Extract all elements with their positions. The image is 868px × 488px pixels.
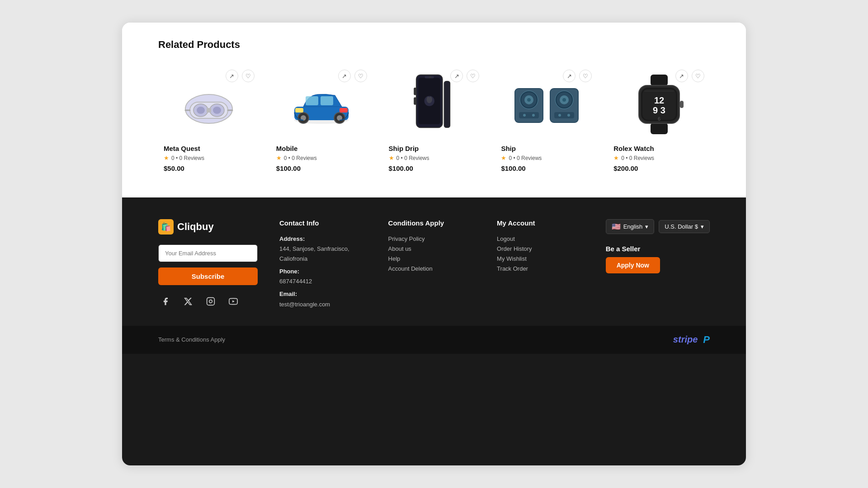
rating-text-4: 0 • 0 Reviews: [509, 155, 542, 161]
star-icon-3: ★: [389, 155, 394, 161]
contact-phone-label: Phone:: [279, 267, 367, 277]
svg-text:9 3: 9 3: [653, 105, 665, 115]
rating-text-3: 0 • 0 Reviews: [396, 155, 429, 161]
payment-icons: stripe P: [673, 334, 710, 346]
products-grid: ↗ ♡ M: [158, 63, 710, 179]
contact-title: Contact Info: [279, 219, 367, 227]
share-button-5[interactable]: ↗: [675, 70, 688, 82]
svg-rect-43: [651, 75, 668, 86]
svg-text:12: 12: [654, 95, 664, 105]
product-card-5[interactable]: ↗ ♡ 12: [608, 63, 710, 179]
svg-rect-38: [554, 112, 574, 118]
apply-now-button[interactable]: Apply Now: [606, 257, 660, 273]
product-price-1: $50.00: [164, 164, 255, 172]
svg-point-40: [567, 114, 570, 117]
my-wishlist-link[interactable]: My Wishlist: [497, 254, 584, 264]
svg-text:6: 6: [658, 116, 660, 122]
language-label: English: [623, 223, 643, 230]
product-card-4[interactable]: ↗ ♡: [495, 63, 597, 179]
svg-rect-26: [414, 97, 416, 105]
svg-rect-25: [414, 88, 416, 95]
product-actions-5: ↗ ♡: [675, 70, 704, 82]
svg-rect-18: [340, 108, 348, 113]
language-button[interactable]: 🇺🇸 English ▾: [606, 219, 655, 234]
product-name-1: Meta Quest: [164, 145, 255, 152]
about-us-link[interactable]: About us: [388, 244, 476, 254]
product-name-3: Ship Drip: [389, 145, 480, 152]
svg-point-33: [532, 114, 535, 117]
help-link[interactable]: Help: [388, 254, 476, 264]
contact-email: test@trioangle.com: [279, 300, 367, 310]
wishlist-button-3[interactable]: ♡: [467, 70, 479, 82]
contact-phone: 6874744412: [279, 277, 367, 286]
star-icon-5: ★: [613, 155, 619, 161]
product-card-2[interactable]: ↗ ♡: [271, 63, 373, 179]
product-name-5: Rolex Watch: [613, 145, 704, 152]
svg-rect-11: [306, 96, 318, 105]
currency-button[interactable]: U.S. Dollar $ ▾: [659, 220, 710, 233]
terms-text: Terms & Conditions Apply: [158, 336, 225, 343]
footer-top: 🛍️ Cliqbuy Subscribe: [158, 219, 710, 326]
svg-rect-24: [444, 81, 450, 128]
wishlist-button-4[interactable]: ♡: [579, 70, 592, 82]
share-button-4[interactable]: ↗: [563, 70, 576, 82]
seller-box: Be a Seller Apply Now: [606, 245, 710, 273]
svg-rect-44: [651, 123, 668, 134]
share-button-3[interactable]: ↗: [450, 70, 463, 82]
logout-link[interactable]: Logout: [497, 234, 584, 244]
contact-email-label: Email:: [279, 289, 367, 299]
footer-account-col: My Account Logout Order History My Wishl…: [497, 219, 584, 310]
paypal-icon: P: [703, 334, 710, 346]
contact-address-label: Address:: [279, 234, 367, 244]
footer-bottom: Terms & Conditions Apply stripe P: [122, 326, 746, 354]
newsletter-email-input[interactable]: [158, 244, 258, 262]
brand-logo: 🛍️ Cliqbuy: [158, 219, 258, 235]
currency-dropdown-icon: ▾: [701, 223, 704, 230]
product-name-2: Mobile: [276, 145, 367, 152]
wishlist-button-2[interactable]: ♡: [354, 70, 367, 82]
svg-rect-17: [295, 108, 303, 113]
product-price-2: $100.00: [276, 164, 367, 172]
product-rating-5: ★ 0 • 0 Reviews: [613, 155, 704, 161]
currency-label: U.S. Dollar $: [665, 223, 698, 230]
svg-marker-55: [232, 300, 235, 302]
contact-address: 144, Sanjose, Sanfracisco, Caliofronia: [279, 244, 367, 264]
subscribe-button[interactable]: Subscribe: [158, 267, 258, 285]
product-rating-3: ★ 0 • 0 Reviews: [389, 155, 480, 161]
share-button-1[interactable]: ↗: [226, 70, 238, 82]
twitter-icon[interactable]: [181, 294, 195, 309]
related-products-title: Related Products: [158, 39, 710, 51]
facebook-icon[interactable]: [158, 294, 173, 309]
seller-title: Be a Seller: [606, 245, 710, 253]
product-actions-2: ↗ ♡: [338, 70, 367, 82]
product-name-4: Ship: [501, 145, 592, 152]
youtube-icon[interactable]: [226, 294, 241, 309]
brand-logo-icon: 🛍️: [158, 219, 174, 235]
wishlist-button-1[interactable]: ♡: [242, 70, 255, 82]
svg-rect-53: [207, 298, 215, 305]
instagram-icon[interactable]: [203, 294, 218, 309]
wishlist-button-5[interactable]: ♡: [692, 70, 704, 82]
product-card-1[interactable]: ↗ ♡ M: [158, 63, 260, 179]
product-rating-1: ★ 0 • 0 Reviews: [164, 155, 255, 161]
product-actions-4: ↗ ♡: [563, 70, 592, 82]
conditions-title: Conditions Apply: [388, 219, 476, 227]
rating-text-1: 0 • 0 Reviews: [171, 155, 204, 161]
svg-rect-12: [321, 96, 333, 105]
svg-rect-22: [429, 76, 432, 78]
star-icon-2: ★: [276, 155, 282, 161]
svg-rect-31: [519, 112, 539, 118]
svg-rect-4: [207, 108, 211, 113]
account-deletion-link[interactable]: Account Deletion: [388, 264, 476, 274]
footer-right-col: 🇺🇸 English ▾ U.S. Dollar $ ▾ Be a Seller…: [606, 219, 710, 310]
privacy-policy-link[interactable]: Privacy Policy: [388, 234, 476, 244]
footer-conditions-col: Conditions Apply Privacy Policy About us…: [388, 219, 476, 310]
product-price-3: $100.00: [389, 164, 480, 172]
track-order-link[interactable]: Track Order: [497, 264, 584, 274]
rating-text-2: 0 • 0 Reviews: [284, 155, 317, 161]
order-history-link[interactable]: Order History: [497, 244, 584, 254]
product-card-3[interactable]: ↗ ♡: [383, 63, 485, 179]
share-button-2[interactable]: ↗: [338, 70, 351, 82]
svg-point-7: [197, 107, 205, 114]
svg-point-30: [527, 98, 531, 102]
